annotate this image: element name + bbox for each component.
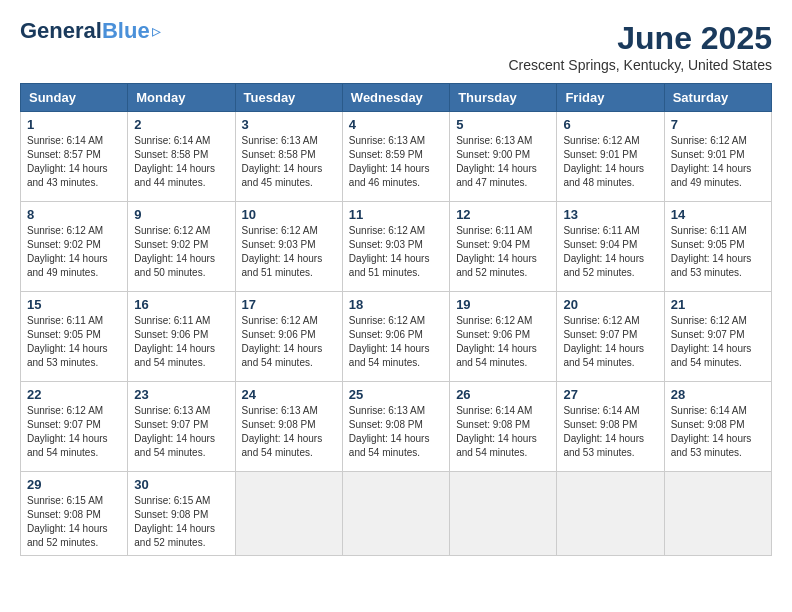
calendar-week-row: 15 Sunrise: 6:11 AM Sunset: 9:05 PM Dayl…	[21, 292, 772, 382]
calendar-day-cell: 8 Sunrise: 6:12 AM Sunset: 9:02 PM Dayli…	[21, 202, 128, 292]
day-info: Sunrise: 6:13 AM Sunset: 8:58 PM Dayligh…	[242, 134, 336, 190]
day-info: Sunrise: 6:11 AM Sunset: 9:05 PM Dayligh…	[27, 314, 121, 370]
day-info: Sunrise: 6:12 AM Sunset: 9:02 PM Dayligh…	[27, 224, 121, 280]
calendar-day-cell: 14 Sunrise: 6:11 AM Sunset: 9:05 PM Dayl…	[664, 202, 771, 292]
day-info: Sunrise: 6:13 AM Sunset: 9:00 PM Dayligh…	[456, 134, 550, 190]
calendar-day-cell: 29 Sunrise: 6:15 AM Sunset: 9:08 PM Dayl…	[21, 472, 128, 556]
day-info: Sunrise: 6:14 AM Sunset: 8:58 PM Dayligh…	[134, 134, 228, 190]
day-info: Sunrise: 6:15 AM Sunset: 9:08 PM Dayligh…	[134, 494, 228, 550]
day-info: Sunrise: 6:12 AM Sunset: 9:07 PM Dayligh…	[671, 314, 765, 370]
logo: GeneralBlue ▹	[20, 20, 161, 42]
day-number: 29	[27, 477, 121, 492]
day-number: 18	[349, 297, 443, 312]
weekday-header: Thursday	[450, 84, 557, 112]
calendar-day-cell	[557, 472, 664, 556]
calendar-day-cell: 1 Sunrise: 6:14 AM Sunset: 8:57 PM Dayli…	[21, 112, 128, 202]
calendar-day-cell	[342, 472, 449, 556]
calendar-day-cell: 26 Sunrise: 6:14 AM Sunset: 9:08 PM Dayl…	[450, 382, 557, 472]
calendar-day-cell: 22 Sunrise: 6:12 AM Sunset: 9:07 PM Dayl…	[21, 382, 128, 472]
day-info: Sunrise: 6:12 AM Sunset: 9:03 PM Dayligh…	[242, 224, 336, 280]
day-info: Sunrise: 6:12 AM Sunset: 9:07 PM Dayligh…	[563, 314, 657, 370]
calendar-day-cell: 16 Sunrise: 6:11 AM Sunset: 9:06 PM Dayl…	[128, 292, 235, 382]
day-info: Sunrise: 6:14 AM Sunset: 9:08 PM Dayligh…	[456, 404, 550, 460]
calendar-week-row: 8 Sunrise: 6:12 AM Sunset: 9:02 PM Dayli…	[21, 202, 772, 292]
calendar-day-cell: 17 Sunrise: 6:12 AM Sunset: 9:06 PM Dayl…	[235, 292, 342, 382]
weekday-header: Saturday	[664, 84, 771, 112]
day-number: 4	[349, 117, 443, 132]
day-info: Sunrise: 6:11 AM Sunset: 9:05 PM Dayligh…	[671, 224, 765, 280]
calendar-day-cell: 28 Sunrise: 6:14 AM Sunset: 9:08 PM Dayl…	[664, 382, 771, 472]
day-info: Sunrise: 6:12 AM Sunset: 9:07 PM Dayligh…	[27, 404, 121, 460]
weekday-header: Monday	[128, 84, 235, 112]
day-info: Sunrise: 6:15 AM Sunset: 9:08 PM Dayligh…	[27, 494, 121, 550]
logo-bird-icon: ▹	[152, 20, 161, 42]
calendar-day-cell: 7 Sunrise: 6:12 AM Sunset: 9:01 PM Dayli…	[664, 112, 771, 202]
day-number: 17	[242, 297, 336, 312]
title-area: June 2025 Crescent Springs, Kentucky, Un…	[508, 20, 772, 73]
day-number: 22	[27, 387, 121, 402]
day-number: 3	[242, 117, 336, 132]
calendar-day-cell: 13 Sunrise: 6:11 AM Sunset: 9:04 PM Dayl…	[557, 202, 664, 292]
calendar-day-cell: 20 Sunrise: 6:12 AM Sunset: 9:07 PM Dayl…	[557, 292, 664, 382]
day-number: 20	[563, 297, 657, 312]
day-number: 21	[671, 297, 765, 312]
calendar-day-cell: 25 Sunrise: 6:13 AM Sunset: 9:08 PM Dayl…	[342, 382, 449, 472]
day-info: Sunrise: 6:13 AM Sunset: 9:08 PM Dayligh…	[349, 404, 443, 460]
calendar-day-cell: 19 Sunrise: 6:12 AM Sunset: 9:06 PM Dayl…	[450, 292, 557, 382]
calendar-day-cell	[235, 472, 342, 556]
weekday-header: Friday	[557, 84, 664, 112]
calendar-week-row: 22 Sunrise: 6:12 AM Sunset: 9:07 PM Dayl…	[21, 382, 772, 472]
day-number: 8	[27, 207, 121, 222]
location-subtitle: Crescent Springs, Kentucky, United State…	[508, 57, 772, 73]
day-info: Sunrise: 6:12 AM Sunset: 9:06 PM Dayligh…	[349, 314, 443, 370]
day-info: Sunrise: 6:11 AM Sunset: 9:04 PM Dayligh…	[456, 224, 550, 280]
calendar-day-cell: 6 Sunrise: 6:12 AM Sunset: 9:01 PM Dayli…	[557, 112, 664, 202]
day-number: 16	[134, 297, 228, 312]
day-number: 5	[456, 117, 550, 132]
calendar-day-cell: 21 Sunrise: 6:12 AM Sunset: 9:07 PM Dayl…	[664, 292, 771, 382]
calendar-day-cell: 3 Sunrise: 6:13 AM Sunset: 8:58 PM Dayli…	[235, 112, 342, 202]
day-number: 24	[242, 387, 336, 402]
day-info: Sunrise: 6:13 AM Sunset: 9:07 PM Dayligh…	[134, 404, 228, 460]
calendar-day-cell: 12 Sunrise: 6:11 AM Sunset: 9:04 PM Dayl…	[450, 202, 557, 292]
day-number: 2	[134, 117, 228, 132]
day-number: 14	[671, 207, 765, 222]
day-number: 23	[134, 387, 228, 402]
calendar-day-cell: 27 Sunrise: 6:14 AM Sunset: 9:08 PM Dayl…	[557, 382, 664, 472]
weekday-header-row: SundayMondayTuesdayWednesdayThursdayFrid…	[21, 84, 772, 112]
day-info: Sunrise: 6:14 AM Sunset: 9:08 PM Dayligh…	[671, 404, 765, 460]
weekday-header: Tuesday	[235, 84, 342, 112]
day-number: 6	[563, 117, 657, 132]
day-info: Sunrise: 6:12 AM Sunset: 9:06 PM Dayligh…	[242, 314, 336, 370]
day-number: 11	[349, 207, 443, 222]
calendar-day-cell: 4 Sunrise: 6:13 AM Sunset: 8:59 PM Dayli…	[342, 112, 449, 202]
calendar-day-cell: 15 Sunrise: 6:11 AM Sunset: 9:05 PM Dayl…	[21, 292, 128, 382]
day-info: Sunrise: 6:11 AM Sunset: 9:06 PM Dayligh…	[134, 314, 228, 370]
page-header: GeneralBlue ▹ June 2025 Crescent Springs…	[20, 20, 772, 73]
day-number: 25	[349, 387, 443, 402]
day-info: Sunrise: 6:11 AM Sunset: 9:04 PM Dayligh…	[563, 224, 657, 280]
day-number: 26	[456, 387, 550, 402]
calendar-day-cell	[450, 472, 557, 556]
day-number: 7	[671, 117, 765, 132]
day-number: 27	[563, 387, 657, 402]
day-number: 28	[671, 387, 765, 402]
calendar-day-cell: 2 Sunrise: 6:14 AM Sunset: 8:58 PM Dayli…	[128, 112, 235, 202]
day-info: Sunrise: 6:12 AM Sunset: 9:03 PM Dayligh…	[349, 224, 443, 280]
logo-text: GeneralBlue	[20, 20, 150, 42]
day-number: 1	[27, 117, 121, 132]
day-info: Sunrise: 6:12 AM Sunset: 9:01 PM Dayligh…	[563, 134, 657, 190]
day-number: 30	[134, 477, 228, 492]
day-number: 13	[563, 207, 657, 222]
calendar-day-cell: 5 Sunrise: 6:13 AM Sunset: 9:00 PM Dayli…	[450, 112, 557, 202]
calendar-week-row: 29 Sunrise: 6:15 AM Sunset: 9:08 PM Dayl…	[21, 472, 772, 556]
weekday-header: Sunday	[21, 84, 128, 112]
day-number: 19	[456, 297, 550, 312]
calendar-day-cell: 9 Sunrise: 6:12 AM Sunset: 9:02 PM Dayli…	[128, 202, 235, 292]
calendar-day-cell: 30 Sunrise: 6:15 AM Sunset: 9:08 PM Dayl…	[128, 472, 235, 556]
calendar-day-cell: 11 Sunrise: 6:12 AM Sunset: 9:03 PM Dayl…	[342, 202, 449, 292]
calendar-day-cell: 23 Sunrise: 6:13 AM Sunset: 9:07 PM Dayl…	[128, 382, 235, 472]
calendar-table: SundayMondayTuesdayWednesdayThursdayFrid…	[20, 83, 772, 556]
day-number: 12	[456, 207, 550, 222]
calendar-day-cell: 18 Sunrise: 6:12 AM Sunset: 9:06 PM Dayl…	[342, 292, 449, 382]
